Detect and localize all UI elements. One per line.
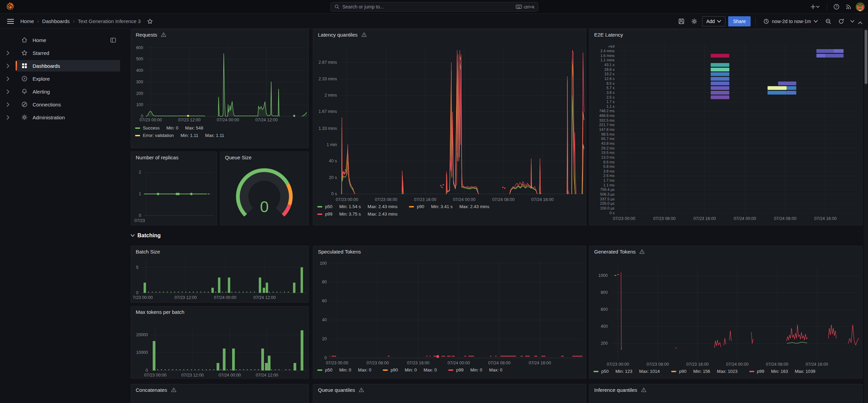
sidebar-expand-chevron[interactable] bbox=[0, 89, 16, 94]
section-batching[interactable]: Batching bbox=[131, 230, 863, 241]
latency-chart[interactable]: 07/23 00:0007/23 08:0007/23 16:0007/24 0… bbox=[313, 29, 586, 225]
warning-icon[interactable] bbox=[358, 387, 364, 393]
queue-gauge[interactable]: 0 bbox=[220, 152, 308, 225]
legend-item-p90[interactable]: p90Min: 0Max: 0 bbox=[383, 367, 437, 372]
panel-title-requests[interactable]: Requests bbox=[131, 29, 308, 40]
refresh-interval-dropdown[interactable] bbox=[849, 16, 856, 26]
warning-icon[interactable] bbox=[161, 32, 167, 38]
legend-item-p99[interactable]: p99Min: 0Max: 0 bbox=[448, 367, 502, 372]
svg-text:3.8 ms: 3.8 ms bbox=[603, 169, 615, 173]
mega-menu-toggle[interactable] bbox=[5, 16, 16, 26]
heatmap-cell bbox=[711, 72, 729, 76]
sidebar-item-dashboards[interactable]: Dashboards bbox=[16, 60, 120, 72]
svg-text:07/23 00:00: 07/23 00:00 bbox=[144, 373, 167, 378]
panel-queue-quantiles: Queue quantiles bbox=[313, 384, 586, 403]
legend-item-success[interactable]: SuccessMin: 0Max: 548 bbox=[135, 125, 203, 130]
svg-text:07/24 00:00: 07/24 00:00 bbox=[219, 373, 241, 378]
dock-menu-icon[interactable] bbox=[110, 38, 116, 43]
warning-icon[interactable] bbox=[639, 248, 645, 255]
legend-item-p50[interactable]: p50Min: 1.54 sMax: 2.43 mins bbox=[317, 204, 397, 209]
svg-text:100: 100 bbox=[136, 102, 143, 107]
breadcrumb-dashboards[interactable]: Dashboards bbox=[42, 18, 70, 24]
svg-text:07/24 00:00: 07/24 00:00 bbox=[734, 216, 756, 221]
sidebar-expand-chevron[interactable] bbox=[0, 77, 16, 81]
panel-title-queue[interactable]: Queue Size bbox=[220, 152, 308, 163]
legend-stat: Min: 156 bbox=[693, 369, 710, 374]
sidebar-item-administration[interactable]: Administration bbox=[16, 112, 120, 123]
svg-text:07/23 08:00: 07/23 08:00 bbox=[646, 362, 669, 367]
breadcrumb-home[interactable]: Home bbox=[20, 18, 34, 24]
bar bbox=[263, 288, 265, 293]
legend-item-p99[interactable]: p99Min: 3.75 sMax: 2.43 mins bbox=[317, 211, 397, 217]
user-avatar[interactable] bbox=[856, 2, 865, 11]
sidebar-expand-chevron[interactable] bbox=[0, 64, 16, 68]
bar bbox=[301, 267, 303, 293]
svg-text:40: 40 bbox=[322, 318, 327, 322]
bar bbox=[228, 278, 230, 293]
panel-title-infq[interactable]: Inference quantiles bbox=[589, 384, 862, 395]
sidebar-item-alerting[interactable]: Alerting bbox=[16, 86, 120, 97]
sidebar-item-connections[interactable]: Connections bbox=[16, 99, 120, 110]
warning-icon[interactable] bbox=[171, 387, 177, 393]
svg-text:07/23 16:00: 07/23 16:00 bbox=[407, 361, 429, 365]
share-button[interactable]: Share bbox=[728, 16, 750, 26]
panel-title-queueq[interactable]: Queue quantiles bbox=[313, 384, 586, 395]
svg-text:2.5 s: 2.5 s bbox=[606, 95, 615, 99]
new-button[interactable] bbox=[808, 2, 823, 12]
legend-swatch bbox=[448, 369, 453, 371]
scrollbar-thumb[interactable] bbox=[865, 30, 867, 84]
bar bbox=[301, 330, 303, 370]
panel-requests: Requests 07/23 00:0007/23 12:0007/24 00:… bbox=[131, 29, 309, 148]
sidebar-item-home[interactable]: Home bbox=[16, 34, 120, 46]
global-search[interactable]: ctrl+k bbox=[331, 2, 538, 12]
sidebar-expand-chevron[interactable] bbox=[0, 102, 16, 107]
sidebar-item-starred[interactable]: Starred bbox=[16, 47, 120, 59]
search-input[interactable] bbox=[342, 4, 513, 9]
sidebar-row-alerting: Alerting bbox=[0, 85, 125, 98]
speculated-tokens-chart[interactable]: 07/23 00:0007/23 08:0007/23 16:0007/24 0… bbox=[313, 246, 586, 378]
news-rss-icon[interactable] bbox=[844, 2, 854, 12]
help-icon[interactable]: ? bbox=[831, 2, 842, 12]
grafana-logo[interactable] bbox=[5, 2, 15, 12]
legend-item-p90[interactable]: p90Min: 156Max: 1023 bbox=[671, 369, 737, 374]
zoom-out-icon[interactable] bbox=[823, 16, 833, 26]
legend-item-p99[interactable]: p99Min: 163Max: 1039 bbox=[749, 369, 815, 374]
panel-title-latency[interactable]: Latency quantiles bbox=[313, 29, 586, 40]
legend-item-p50[interactable]: p50Min: 123Max: 1014 bbox=[593, 369, 660, 374]
legend-stat: Min: 123 bbox=[616, 369, 633, 374]
legend-series-name: Success bbox=[143, 125, 159, 130]
panel-title-e2e[interactable]: E2E Latency bbox=[589, 29, 862, 40]
requests-legend: SuccessMin: 0Max: 548Error: validationMi… bbox=[135, 125, 306, 138]
svg-text:07/23 12:00: 07/23 12:00 bbox=[178, 118, 201, 122]
dashboard-settings-icon[interactable] bbox=[689, 16, 699, 26]
save-dashboard-icon[interactable] bbox=[676, 16, 686, 26]
panel-title-maxtok[interactable]: Max tokens per batch bbox=[131, 306, 308, 317]
legend-item-p90[interactable]: p90Min: 3.41 sMax: 2.43 mins bbox=[409, 204, 489, 209]
svg-text:07/24 00:00: 07/24 00:00 bbox=[214, 295, 236, 300]
collapse-toolbar-caret[interactable] bbox=[855, 18, 865, 28]
panel-title-batch[interactable]: Batch Size bbox=[131, 246, 308, 257]
favorite-star-icon[interactable] bbox=[145, 16, 155, 26]
legend-item-error-validation[interactable]: Error: validationMin: 1.11Max: 1.11 bbox=[135, 133, 224, 138]
generated-tokens-chart[interactable]: 07/23 00:0007/23 08:0007/23 16:0007/24 0… bbox=[589, 246, 862, 378]
refresh-icon[interactable] bbox=[836, 16, 846, 26]
legend-item-p50[interactable]: p50Min: 0Max: 0 bbox=[317, 367, 371, 372]
panel-title-concat[interactable]: Concatenates bbox=[131, 384, 308, 395]
panel-title-replicas[interactable]: Number of replicas bbox=[131, 152, 217, 163]
svg-text:150.0 µs: 150.0 µs bbox=[600, 206, 615, 210]
time-range-picker[interactable]: now-2d to now-1m bbox=[760, 16, 820, 26]
svg-text:10000: 10000 bbox=[136, 350, 148, 355]
panel-title-spec[interactable]: Speculated Tokens bbox=[313, 246, 586, 257]
heatmap-cell bbox=[711, 82, 729, 85]
scrollbar[interactable] bbox=[864, 29, 868, 403]
add-button[interactable]: Add bbox=[702, 16, 726, 26]
sidebar-expand-chevron[interactable] bbox=[0, 51, 16, 55]
e2e-heatmap[interactable]: 07/23 00:0007/23 08:0007/23 16:0007/24 0… bbox=[589, 29, 862, 225]
sidebar-expand-chevron[interactable] bbox=[0, 115, 16, 120]
warning-icon[interactable] bbox=[641, 387, 647, 393]
replicas-chart[interactable]: 07/23012 bbox=[131, 152, 217, 225]
dashboard-toolbar: Home › Dashboards › Text Generation Infe… bbox=[0, 14, 868, 29]
sidebar-item-explore[interactable]: Explore bbox=[16, 73, 120, 84]
warning-icon[interactable] bbox=[361, 32, 367, 38]
panel-title-gen[interactable]: Generated Tokens bbox=[589, 246, 862, 257]
